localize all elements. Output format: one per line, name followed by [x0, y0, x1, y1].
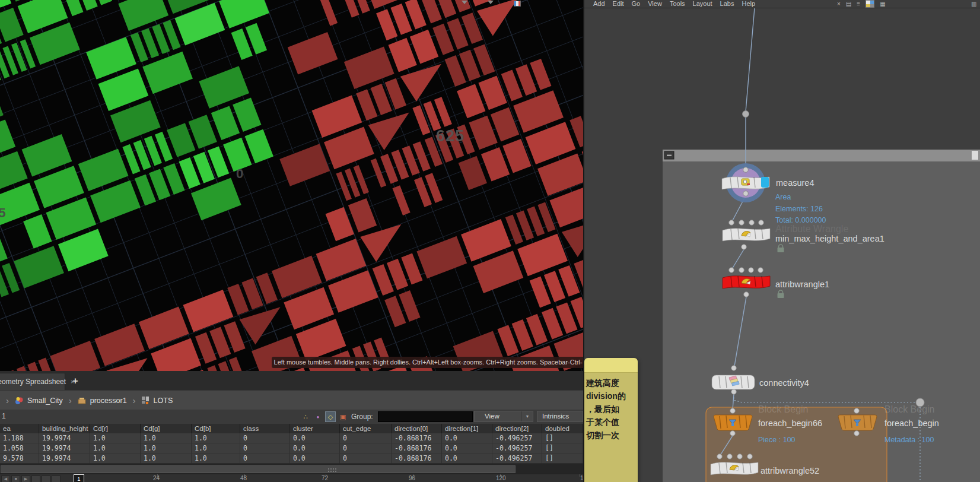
node-attribwrangle1[interactable] [723, 276, 770, 288]
timeline-tick: 120 [496, 475, 506, 481]
timeline[interactable]: ◀ ■ ▶ 1 24 48 72 96 120 144 [0, 474, 583, 482]
breadcrumb: › Small_City › processor1 › LOTS [0, 390, 583, 411]
input-connector[interactable] [731, 366, 737, 371]
node-label: attribwrangle52 [761, 466, 819, 475]
column-header: Cd[g] [141, 424, 192, 433]
box-minimize-button[interactable] [664, 151, 674, 159]
wire-dot[interactable] [743, 111, 749, 118]
output-connector[interactable] [742, 245, 747, 250]
playback-button[interactable] [42, 475, 50, 482]
pane-divider[interactable] [583, 0, 584, 482]
node-connectivity4[interactable] [712, 375, 755, 389]
pane-tab-bar: Geometry Spreadsheet× + [0, 371, 583, 391]
box-corner-widget[interactable] [972, 151, 978, 160]
playback-button[interactable] [52, 475, 61, 482]
timeline-tick: 24 [153, 475, 160, 481]
sticky-note[interactable]: 建筑高度 division的 ，最后如 于某个值 切割一次 [584, 358, 638, 482]
node-label: measure4 [776, 178, 814, 188]
panel-icon[interactable]: ▥ [971, 1, 976, 7]
view-dropdown[interactable]: View ▼ [474, 411, 533, 422]
menu-add[interactable]: Add [593, 0, 605, 8]
viewport-canvas[interactable] [0, 0, 583, 371]
column-header: direction[2] [492, 424, 542, 433]
scene-viewport[interactable]: 625 0 25 Left mouse tumbles. Middle pans… [0, 0, 583, 371]
points-mode-icon[interactable]: ∴ [300, 411, 311, 422]
column-header: direction[1] [442, 424, 492, 433]
node-info: Area [775, 193, 791, 201]
scrollbar-thumb[interactable] [1, 465, 516, 473]
menu-labs[interactable]: Labs [720, 0, 734, 8]
menu-edit[interactable]: Edit [613, 0, 624, 8]
color-grid-icon[interactable] [866, 0, 874, 8]
menu-view[interactable]: View [648, 0, 662, 8]
timeline-tick: 48 [240, 475, 247, 481]
viewport-grid-number-625: 625 [436, 127, 464, 145]
playback-button[interactable] [31, 475, 40, 482]
node-attribwrangle52[interactable] [711, 462, 758, 475]
display-options-icon[interactable] [514, 1, 521, 7]
column-header: doubled [542, 424, 583, 433]
table-row: 9.57819.99741.01.01.000.00-0.8681760.0-0… [0, 454, 583, 464]
tools-icon[interactable]: × [837, 1, 841, 7]
lots-grid-icon [142, 397, 149, 404]
timeline-tick: 72 [322, 475, 328, 481]
spreadsheet-toolbar: 1 ∴ ● ◇ ▣ Group: View ▼ Intrinsics [0, 410, 583, 424]
breadcrumb-item-lots[interactable]: LOTS [142, 397, 173, 405]
display-flag[interactable] [761, 177, 769, 188]
playback-button[interactable]: ▶ [21, 475, 30, 482]
column-header: class [240, 424, 290, 433]
node-info: Elements: 126 [775, 205, 823, 213]
primitives-mode-icon[interactable]: ◇ [325, 411, 336, 422]
menu-tools[interactable]: Tools [670, 0, 685, 8]
chevron-down-icon[interactable] [488, 1, 494, 4]
ghost-node-type: Block Begin [884, 404, 935, 414]
menu-layout[interactable]: Layout [693, 0, 712, 8]
node-label: connectivity4 [759, 378, 809, 388]
table-row: 1.18819.99741.01.01.000.00-0.8681760.0-0… [0, 433, 583, 443]
node-foreach-begin-right[interactable] [838, 415, 877, 430]
add-tab-button[interactable]: + [69, 375, 82, 388]
list-icon[interactable]: ▤ [846, 1, 851, 7]
chevron-down-icon[interactable]: ▼ [521, 411, 533, 421]
breadcrumb-item-processor1[interactable]: processor1 [78, 397, 127, 405]
output-connector[interactable] [854, 431, 860, 436]
output-connector[interactable] [730, 431, 736, 436]
table-row: 1.05819.99741.01.01.000.00-0.8681760.0-0… [0, 443, 583, 454]
node-min-max-height-and-area1[interactable] [723, 229, 770, 241]
node-foreach-begin66[interactable] [714, 415, 752, 430]
input-connector[interactable] [743, 167, 749, 173]
node-label: min_max_height_and_area1 [775, 234, 884, 243]
current-frame-marker[interactable]: 1 [74, 474, 84, 482]
node-info: Piece : 100 [758, 436, 796, 444]
geometry-icon [15, 397, 23, 405]
playback-button[interactable]: ◀ [1, 475, 10, 482]
intrinsics-dropdown[interactable]: Intrinsics [537, 411, 583, 422]
output-connector[interactable] [743, 191, 749, 196]
node-measure4[interactable] [722, 177, 769, 189]
chevron-down-icon[interactable] [462, 1, 467, 4]
viewport-toolbar [462, 0, 583, 7]
sticky-note-body: 建筑高度 division的 ，最后如 于某个值 切割一次 [584, 373, 638, 482]
playback-button[interactable]: ■ [11, 475, 20, 482]
tab-geometry-spreadsheet[interactable]: Geometry Spreadsheet× [0, 373, 65, 390]
sticky-note-titlebar[interactable] [584, 358, 638, 373]
node-label: foreach_begin [884, 418, 939, 428]
group-input[interactable] [378, 411, 473, 422]
input-connector[interactable] [854, 408, 860, 414]
node-label: foreach_begin66 [758, 418, 822, 428]
node-label: attribwrangle1 [775, 280, 829, 289]
output-connector[interactable] [744, 292, 749, 297]
menu-help[interactable]: Help [742, 0, 755, 8]
breadcrumb-item-small-city[interactable]: Small_City [15, 397, 63, 405]
output-connector[interactable] [731, 389, 737, 395]
grid-icon[interactable]: ▦ [880, 1, 885, 7]
network-editor[interactable]: measure4 Area Elements: 126 Total: 0.000… [583, 0, 980, 482]
network-menu-bar: Add Edit Go View Tools Layout Labs Help … [584, 0, 980, 8]
detail-mode-icon[interactable]: ▣ [338, 411, 348, 422]
viewport-grid-number-25: 25 [0, 205, 6, 221]
menu-go[interactable]: Go [632, 0, 641, 8]
menu-lines-icon[interactable]: ≡ [857, 1, 860, 7]
input-connector[interactable] [730, 408, 736, 414]
vertices-mode-icon[interactable]: ● [313, 411, 323, 422]
column-header: ea [0, 424, 39, 433]
